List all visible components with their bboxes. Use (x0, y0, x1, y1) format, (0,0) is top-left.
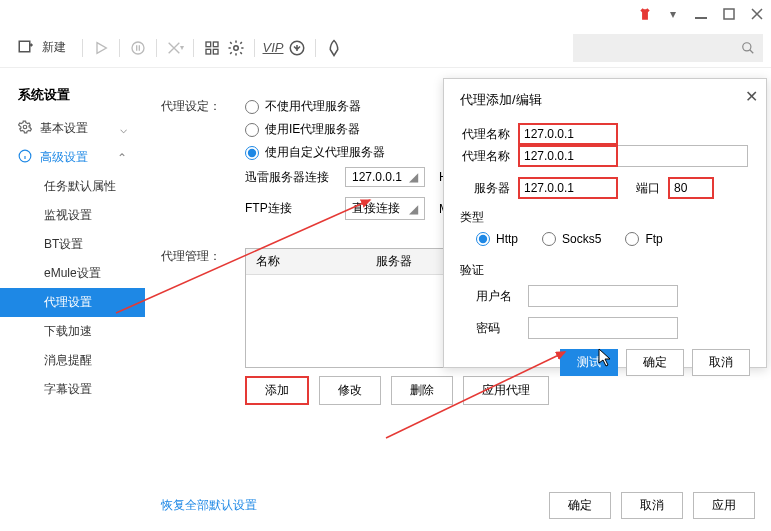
edit-button[interactable]: 修改 (319, 376, 381, 405)
info-icon (18, 149, 32, 166)
minimize-icon[interactable] (693, 6, 709, 22)
separator (193, 39, 194, 57)
delete-button[interactable]: 删除 (391, 376, 453, 405)
svg-point-8 (234, 45, 239, 50)
settings-icon[interactable] (226, 38, 246, 58)
new-label: 新建 (42, 39, 66, 56)
sidebar-sub-subtitle[interactable]: 字幕设置 (0, 375, 145, 404)
gear-icon (18, 120, 32, 137)
dialog-cancel-button[interactable]: 取消 (692, 349, 750, 376)
window-titlebar: ▾ (0, 0, 771, 28)
app-toolbar: 新建 ▾ VIP (0, 28, 771, 68)
sidebar-item-label: 高级设置 (40, 149, 88, 166)
chevron-down-icon: ◢ (409, 170, 418, 184)
new-button[interactable]: 新建 (8, 34, 74, 62)
sidebar-sub-msg[interactable]: 消息提醒 (0, 346, 145, 375)
sidebar-item-label: 基本设置 (40, 120, 88, 137)
radio-ie-proxy[interactable]: 使用IE代理服务器 (245, 121, 470, 138)
proxy-mgmt-label: 代理管理： (161, 248, 245, 265)
maximize-icon[interactable] (721, 6, 737, 22)
new-icon (16, 38, 36, 58)
separator (315, 39, 316, 57)
add-button[interactable]: 添加 (245, 376, 309, 405)
password-input[interactable] (528, 317, 678, 339)
ok-button[interactable]: 确定 (549, 492, 611, 519)
sidebar-sub-accel[interactable]: 下载加速 (0, 317, 145, 346)
cancel-button[interactable]: 取消 (621, 492, 683, 519)
chevron-down-icon: ⌵ (120, 122, 127, 136)
proxy-setting-label: 代理设定： (161, 98, 245, 115)
thunder-conn-select[interactable]: 127.0.0.1◢ (345, 167, 425, 187)
proxy-edit-dialog: 代理添加/编辑 ✕ 代理名称 代理名称 127.0.0.1 服务器 端口 类型 … (443, 78, 767, 368)
svg-rect-6 (206, 49, 211, 54)
ftp-conn-select[interactable]: 直接连接◢ (345, 197, 425, 220)
svg-rect-4 (206, 42, 211, 47)
chevron-up-icon: ⌃ (117, 151, 127, 165)
svg-rect-7 (213, 49, 218, 54)
pass-label: 密码 (476, 320, 520, 337)
chevron-down-icon: ◢ (409, 202, 418, 216)
rocket-icon[interactable] (324, 38, 344, 58)
dialog-title: 代理添加/编辑 (460, 91, 750, 109)
sidebar: 系统设置 基本设置 ⌵ 高级设置 ⌃ 任务默认属性 监视设置 BT设置 eMul… (0, 68, 145, 531)
thunder-conn-label: 迅雷服务器连接 (245, 169, 345, 186)
proxy-name-field[interactable]: 127.0.0.1 (518, 145, 618, 167)
sidebar-title: 系统设置 (0, 86, 145, 114)
restore-defaults-link[interactable]: 恢复全部默认设置 (161, 497, 257, 514)
test-button[interactable]: 测试 (560, 349, 618, 376)
svg-rect-0 (695, 17, 707, 19)
sidebar-sub-monitor[interactable]: 监视设置 (0, 201, 145, 230)
svg-point-11 (23, 125, 27, 129)
delete-icon[interactable]: ▾ (165, 38, 185, 58)
separator (254, 39, 255, 57)
user-label: 用户名 (476, 288, 520, 305)
server-input[interactable] (518, 177, 618, 199)
ftp-conn-label: FTP连接 (245, 200, 345, 217)
sidebar-sub-proxy[interactable]: 代理设置 (0, 288, 145, 317)
svg-rect-2 (19, 41, 30, 52)
radio-custom-proxy[interactable]: 使用自定义代理服务器 (245, 144, 470, 161)
close-icon[interactable] (749, 6, 765, 22)
dialog-ok-button[interactable]: 确定 (626, 349, 684, 376)
sidebar-item-basic[interactable]: 基本设置 ⌵ (0, 114, 145, 143)
proxy-name-label2: 代理名称 (460, 148, 510, 165)
auth-label: 验证 (460, 262, 750, 279)
apply-button[interactable]: 应用 (693, 492, 755, 519)
type-label: 类型 (460, 209, 750, 226)
port-label: 端口 (636, 180, 660, 197)
svg-rect-1 (724, 9, 734, 19)
qr-icon[interactable] (202, 38, 222, 58)
separator (82, 39, 83, 57)
sidebar-item-advanced[interactable]: 高级设置 ⌃ (0, 143, 145, 172)
proxy-name-label: 代理名称 (460, 126, 510, 143)
separator (156, 39, 157, 57)
search-input[interactable] (573, 34, 763, 62)
radio-ftp[interactable]: Ftp (625, 232, 662, 246)
username-input[interactable] (528, 285, 678, 307)
search-icon (741, 41, 755, 55)
sidebar-sub-task[interactable]: 任务默认属性 (0, 172, 145, 201)
radio-socks5[interactable]: Socks5 (542, 232, 601, 246)
vip-icon[interactable]: VIP (263, 38, 283, 58)
apply-proxy-button[interactable]: 应用代理 (463, 376, 549, 405)
dropdown-icon[interactable]: ▾ (665, 6, 681, 22)
radio-no-proxy[interactable]: 不使用代理服务器 (245, 98, 470, 115)
svg-point-10 (743, 42, 751, 50)
svg-rect-5 (213, 42, 218, 47)
footer: 恢复全部默认设置 确定 取消 应用 (161, 492, 755, 519)
separator (119, 39, 120, 57)
server-label: 服务器 (460, 180, 510, 197)
skin-icon[interactable] (637, 6, 653, 22)
radio-http[interactable]: Http (476, 232, 518, 246)
sidebar-sub-emule[interactable]: eMule设置 (0, 259, 145, 288)
wallet-icon[interactable] (287, 38, 307, 58)
port-input[interactable] (668, 177, 714, 199)
proxy-name-input[interactable] (518, 123, 618, 145)
play-icon[interactable] (91, 38, 111, 58)
svg-point-3 (132, 42, 144, 54)
dialog-close-icon[interactable]: ✕ (745, 87, 758, 106)
sidebar-sub-bt[interactable]: BT设置 (0, 230, 145, 259)
pause-icon[interactable] (128, 38, 148, 58)
